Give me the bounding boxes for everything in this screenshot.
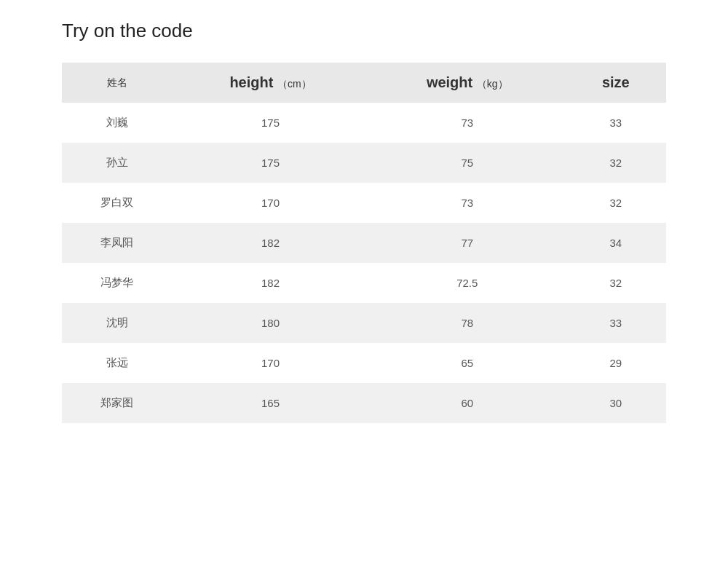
cell-weight: 72.5 bbox=[369, 263, 566, 303]
table-row: 孙立1757532 bbox=[62, 143, 666, 183]
cell-weight: 73 bbox=[369, 183, 566, 223]
page-container: Try on the code 姓名 height （cm） weight （k… bbox=[0, 0, 728, 452]
table-row: 沈明1807833 bbox=[62, 303, 666, 343]
cell-name: 张远 bbox=[62, 343, 172, 383]
cell-height: 175 bbox=[172, 103, 369, 143]
col-header-height: height （cm） bbox=[172, 63, 369, 103]
cell-weight: 75 bbox=[369, 143, 566, 183]
cell-name: 孙立 bbox=[62, 143, 172, 183]
table-row: 罗白双1707332 bbox=[62, 183, 666, 223]
cell-height: 170 bbox=[172, 183, 369, 223]
cell-height: 180 bbox=[172, 303, 369, 343]
cell-name: 冯梦华 bbox=[62, 263, 172, 303]
col-header-name: 姓名 bbox=[62, 63, 172, 103]
cell-weight: 60 bbox=[369, 383, 566, 423]
cell-size: 29 bbox=[566, 343, 666, 383]
cell-height: 165 bbox=[172, 383, 369, 423]
cell-weight: 73 bbox=[369, 103, 566, 143]
cell-name: 罗白双 bbox=[62, 183, 172, 223]
table-row: 刘巍1757333 bbox=[62, 103, 666, 143]
cell-height: 170 bbox=[172, 343, 369, 383]
cell-weight: 77 bbox=[369, 223, 566, 263]
table-header-row: 姓名 height （cm） weight （kg） size bbox=[62, 63, 666, 103]
cell-size: 32 bbox=[566, 183, 666, 223]
cell-size: 32 bbox=[566, 263, 666, 303]
cell-name: 李凤阳 bbox=[62, 223, 172, 263]
cell-size: 34 bbox=[566, 223, 666, 263]
cell-name: 沈明 bbox=[62, 303, 172, 343]
table-row: 郑家图1656030 bbox=[62, 383, 666, 423]
cell-size: 30 bbox=[566, 383, 666, 423]
cell-weight: 78 bbox=[369, 303, 566, 343]
page-title: Try on the code bbox=[62, 20, 666, 42]
cell-size: 33 bbox=[566, 103, 666, 143]
cell-name: 郑家图 bbox=[62, 383, 172, 423]
table-row: 张远1706529 bbox=[62, 343, 666, 383]
cell-height: 182 bbox=[172, 263, 369, 303]
cell-name: 刘巍 bbox=[62, 103, 172, 143]
table-body: 刘巍1757333孙立1757532罗白双1707332李凤阳1827734冯梦… bbox=[62, 103, 666, 423]
col-header-weight: weight （kg） bbox=[369, 63, 566, 103]
cell-size: 32 bbox=[566, 143, 666, 183]
table-row: 冯梦华18272.532 bbox=[62, 263, 666, 303]
cell-height: 182 bbox=[172, 223, 369, 263]
col-header-size: size bbox=[566, 63, 666, 103]
cell-weight: 65 bbox=[369, 343, 566, 383]
data-table: 姓名 height （cm） weight （kg） size 刘巍175733… bbox=[62, 63, 666, 423]
cell-size: 33 bbox=[566, 303, 666, 343]
cell-height: 175 bbox=[172, 143, 369, 183]
table-row: 李凤阳1827734 bbox=[62, 223, 666, 263]
